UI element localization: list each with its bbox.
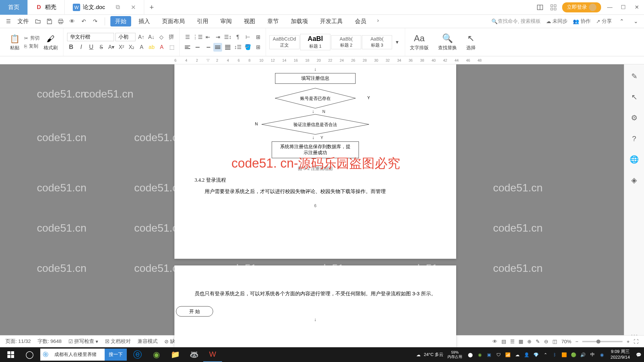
align-center-button[interactable] — [193, 43, 202, 52]
task-ie[interactable]: ⓔ — [128, 347, 147, 362]
task-explorer[interactable]: 📁 — [166, 347, 184, 362]
maximize-icon[interactable]: ☐ — [619, 3, 628, 12]
tray-expand-icon[interactable]: ⌃ — [541, 351, 549, 359]
font-style-button[interactable]: A▾ — [107, 43, 116, 52]
highlight-button[interactable]: ab — [147, 43, 156, 52]
show-marks-icon[interactable]: ¶ — [233, 33, 242, 42]
zoom-plus[interactable]: + — [627, 339, 630, 344]
save-icon[interactable] — [45, 17, 54, 26]
unsync-button[interactable]: ☁ 未同步 — [546, 18, 568, 24]
border-icon[interactable]: ⊞ — [254, 43, 262, 52]
tab-stops-icon[interactable]: ⊢ — [244, 33, 252, 42]
line-spacing-icon[interactable]: ↕☰ — [233, 43, 242, 52]
page-indicator[interactable]: 页面: 11/32 — [5, 338, 31, 345]
taskbar-clock[interactable]: 9:09 周三 2022/9/14 — [607, 349, 633, 360]
tray-bluetooth-icon[interactable]: ᛒ — [551, 351, 559, 359]
italic-button[interactable]: I — [77, 43, 86, 52]
bullet-list-icon[interactable]: ☰ — [183, 33, 192, 42]
task-app1[interactable]: 🦝 — [184, 347, 203, 362]
subscript-button[interactable]: X₂ — [127, 43, 136, 52]
tray-icon-6[interactable]: 💎 — [532, 351, 540, 359]
print-preview-icon[interactable]: 👁 — [68, 17, 76, 26]
web-view-icon[interactable]: ▦ — [519, 339, 523, 345]
borders-icon[interactable]: ⊞ — [254, 33, 262, 42]
tray-icon-5[interactable]: 👤 — [523, 351, 531, 359]
print-icon[interactable] — [56, 17, 65, 26]
tab-reference[interactable]: 引用 — [192, 16, 213, 26]
tab-home[interactable]: 首页 — [0, 0, 28, 15]
redo-icon[interactable]: ↷ — [91, 17, 99, 26]
format-painter-button[interactable]: 🖌 格式刷 — [42, 33, 60, 52]
more-icon[interactable]: › — [374, 16, 382, 25]
align-distribute-button[interactable] — [223, 43, 232, 52]
login-button[interactable]: 立即登录 — [562, 2, 601, 12]
proof-read[interactable]: ☒ 文档校对 — [105, 338, 131, 345]
word-count[interactable]: 字数: 9648 — [38, 338, 62, 345]
document-area[interactable]: code51.cn code51.cn code51.cn code51.cn … — [0, 64, 624, 347]
close-icon[interactable]: ✕ — [632, 3, 641, 12]
styles-more-icon[interactable]: ▾ — [393, 38, 401, 47]
outline-view-icon[interactable]: ☰ — [510, 339, 515, 345]
share-button[interactable]: ↗ 分享 — [596, 18, 612, 24]
search-command[interactable]: 🔍 查找命令, 搜索模板 — [491, 18, 541, 24]
help-icon[interactable]: ? — [629, 133, 640, 144]
paste-button[interactable]: 📋 粘贴 — [7, 33, 22, 52]
tab-chapter[interactable]: 章节 — [263, 16, 283, 26]
spell-check[interactable]: ☑ 拼写检查 ▾ — [68, 338, 98, 345]
tab-close-icon[interactable]: ✕ — [131, 4, 136, 11]
task-wps[interactable]: W — [203, 347, 222, 362]
open-icon[interactable] — [34, 17, 42, 26]
tab-document[interactable]: W 论文.doc ⧉ ✕ — [65, 0, 144, 15]
size-select[interactable]: 小初 — [115, 33, 136, 41]
diamond-icon[interactable]: ◈ — [629, 175, 640, 186]
style-heading2[interactable]: AaBb(标题 2 — [331, 35, 361, 49]
translate-icon[interactable]: 🌐 — [629, 154, 640, 165]
chevron-up-icon[interactable]: ⌃ — [617, 17, 626, 26]
tab-popout-icon[interactable]: ⧉ — [116, 4, 120, 11]
tab-devtools[interactable]: 开发工具 — [315, 16, 347, 26]
tab-review[interactable]: 审阅 — [216, 16, 236, 26]
tab-docer[interactable]: D 稻壳 — [28, 0, 65, 15]
taskbar-search[interactable]: ⓔ 成都有人在楼里养猪 搜一下 — [40, 349, 127, 361]
sort-icon[interactable]: ☰↕ — [223, 33, 232, 42]
bold-button[interactable]: B — [67, 43, 75, 52]
undo-icon[interactable]: ↶ — [79, 17, 88, 26]
collab-button[interactable]: 👥 协作 — [573, 18, 591, 24]
shading-icon[interactable]: 🪣 — [244, 43, 252, 52]
menu-file[interactable]: 文件 — [15, 17, 31, 25]
tray-icon-4[interactable]: ☁ — [513, 351, 521, 359]
eye-icon[interactable]: 👁 — [492, 339, 497, 344]
layout-icon[interactable] — [535, 3, 545, 12]
text-effects-button[interactable]: A — [137, 43, 146, 52]
ruler[interactable]: 6 4 2 ▽ 2 4 6 8 10 12 14 16 18 20 22 24 … — [0, 56, 644, 64]
font-select[interactable]: 华文行楷 — [67, 33, 114, 41]
align-justify-button[interactable] — [213, 43, 222, 52]
pinyin-icon[interactable]: 拼 — [167, 33, 176, 42]
find-replace-button[interactable]: 🔍 查找替换 — [433, 33, 462, 51]
zoom-out-icon[interactable]: ⊖ — [544, 339, 548, 345]
shrink-font-icon[interactable]: A↓ — [147, 33, 156, 42]
tray-ime-icon[interactable]: 中 — [588, 351, 596, 359]
cut-button[interactable]: ✂ 剪切 — [24, 35, 40, 41]
increase-indent-icon[interactable]: ⇥ — [213, 33, 222, 42]
tab-pagelayout[interactable]: 页面布局 — [157, 16, 190, 26]
clear-format-icon[interactable]: ◇ — [157, 33, 166, 42]
tab-member[interactable]: 会员 — [350, 16, 371, 26]
cursor-icon[interactable]: ↖ — [629, 92, 640, 103]
read-view-icon[interactable]: ▤ — [501, 339, 506, 345]
strikethrough-button[interactable]: S̶ — [97, 43, 106, 52]
grid-icon[interactable] — [549, 3, 558, 12]
style-heading3[interactable]: AaBb(标题 3 — [362, 35, 392, 49]
tray-icon-1[interactable]: ⬤ — [466, 351, 474, 359]
text-layout-button[interactable]: Aa 文字排版 — [405, 33, 433, 51]
weather-icon[interactable]: ☁ — [414, 351, 422, 359]
tray-shield-icon[interactable]: 🛡 — [494, 351, 502, 359]
tray-volume-icon[interactable]: 🔊 — [579, 351, 587, 359]
edit-icon[interactable]: ✎ — [536, 339, 540, 345]
tray-icon-7[interactable]: 🟧 — [560, 351, 568, 359]
notifications-icon[interactable]: 💬 — [635, 351, 643, 359]
font-color-button[interactable]: A — [157, 43, 166, 52]
zoom-slider[interactable] — [582, 341, 623, 342]
compat-mode[interactable]: 兼容模式 — [138, 338, 158, 345]
number-list-icon[interactable]: ⋮☰ — [193, 33, 202, 42]
